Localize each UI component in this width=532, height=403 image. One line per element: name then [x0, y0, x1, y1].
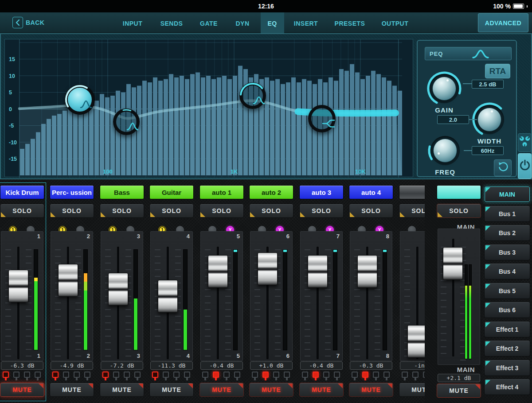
mute-button[interactable]: MUTE — [0, 383, 44, 397]
mute-group-pin-icon[interactable] — [412, 372, 419, 378]
channel-name[interactable]: Perc- ussion — [50, 185, 94, 199]
eq-mode-selector[interactable]: PEQ — [425, 47, 512, 60]
mute-button[interactable]: MUTE — [149, 383, 194, 397]
mute-group-pin-icon[interactable] — [352, 372, 358, 378]
mute-button[interactable]: MUTE — [249, 383, 293, 397]
mute-group-pin-icon[interactable] — [234, 372, 240, 378]
fader-handle[interactable] — [357, 255, 377, 288]
mute-group-pin-icon[interactable] — [13, 372, 20, 378]
mute-group-pin-icon[interactable] — [223, 372, 230, 378]
main-solo-button[interactable]: SOLO — [437, 204, 481, 218]
nav-tab-sends[interactable]: SENDS — [160, 20, 183, 27]
mute-group-pin-icon[interactable] — [284, 372, 290, 378]
mute-group-pin-icon[interactable] — [262, 372, 269, 378]
solo-button[interactable]: SOLO — [249, 204, 293, 218]
mute-button[interactable]: MUTE — [299, 383, 344, 397]
channel-name[interactable]: auto 2 — [249, 185, 293, 199]
advanced-button[interactable]: ADVANCED — [478, 13, 528, 32]
main-fader-handle[interactable] — [443, 247, 463, 280]
mute-group-pin-icon[interactable] — [383, 372, 390, 378]
fader-handle[interactable] — [407, 325, 425, 358]
sidebar-tab-effect-3[interactable]: Effect 3 — [484, 360, 530, 376]
solo-button[interactable]: SOLO — [200, 204, 244, 218]
channel-scroll-area[interactable]: Kick Drum SOLO 1 1 1 -6.3 dB MUTE Perc- … — [0, 179, 425, 403]
eq-band-3-handle[interactable] — [239, 82, 266, 109]
eq-band-1-handle[interactable] — [65, 85, 95, 115]
mute-group-pin-icon[interactable] — [373, 372, 379, 378]
nav-tab-output[interactable]: OUTPUT — [382, 20, 409, 27]
mute-group-pin-icon[interactable] — [3, 372, 9, 378]
main-mute-button[interactable]: MUTE — [437, 384, 481, 398]
main-scribble-strip[interactable] — [437, 185, 481, 199]
mute-group-pin-icon[interactable] — [173, 372, 180, 378]
mute-group-pin-icon[interactable] — [252, 372, 258, 378]
mute-group-pin-icon[interactable] — [63, 372, 69, 378]
mute-group-pin-icon[interactable] — [184, 372, 190, 378]
sidebar-tab-main[interactable]: MAIN — [484, 186, 530, 202]
nav-tab-input[interactable]: INPUT — [123, 20, 143, 27]
sidebar-tab-bus-2[interactable]: Bus 2 — [484, 225, 530, 241]
channel-name[interactable]: auto 3 — [299, 185, 344, 199]
mute-button[interactable]: MUTE — [200, 383, 244, 397]
channel-name[interactable] — [399, 185, 425, 199]
nav-tab-insert[interactable]: INSERT — [294, 20, 318, 27]
mute-group-pin-icon[interactable] — [323, 372, 329, 378]
mute-group-pin-icon[interactable] — [334, 372, 340, 378]
gain-knob[interactable] — [426, 70, 463, 107]
mute-group-pin-icon[interactable] — [152, 372, 158, 378]
fader-handle[interactable] — [208, 255, 228, 288]
mute-group-pin-icon[interactable] — [313, 372, 319, 378]
solo-button[interactable]: SOLO — [399, 204, 425, 218]
monitor-knobs-button[interactable] — [518, 133, 532, 152]
mute-group-pin-icon[interactable] — [163, 372, 169, 378]
mute-group-pin-icon[interactable] — [124, 372, 130, 378]
back-button[interactable]: BACK — [12, 17, 44, 28]
sidebar-tab-effect-4[interactable]: Effect 4 — [484, 379, 530, 395]
solo-button[interactable]: SOLO — [100, 204, 144, 218]
mute-group-pin-icon[interactable] — [273, 372, 279, 378]
eq-graph[interactable]: 151050-5-10-151001K10K — [4, 39, 413, 177]
freq-knob[interactable] — [426, 132, 464, 169]
sidebar-tab-effect-1[interactable]: Effect 1 — [484, 321, 530, 337]
fader-handle[interactable] — [58, 264, 78, 297]
mute-group-pin-icon[interactable] — [84, 372, 90, 378]
mute-group-pin-icon[interactable] — [74, 372, 80, 378]
sidebar-tab-bus-3[interactable]: Bus 3 — [484, 244, 530, 260]
mute-group-pin-icon[interactable] — [35, 372, 41, 378]
eq-band-2-handle[interactable] — [113, 108, 140, 135]
mute-button[interactable]: MUTE — [349, 383, 393, 397]
channel-name[interactable]: auto 4 — [349, 185, 393, 199]
mute-group-pin-icon[interactable] — [134, 372, 141, 378]
fader-handle[interactable] — [308, 255, 328, 288]
solo-button[interactable]: SOLO — [0, 204, 44, 218]
mute-group-pin-icon[interactable] — [102, 372, 109, 378]
nav-tab-eq[interactable]: EQ — [267, 20, 277, 27]
mute-group-pin-icon[interactable] — [52, 372, 59, 378]
power-button[interactable] — [518, 153, 532, 179]
rta-button[interactable]: RTA — [485, 64, 510, 78]
reset-button[interactable] — [494, 159, 512, 176]
sidebar-tab-bus-6[interactable]: Bus 6 — [484, 302, 530, 318]
fader-handle[interactable] — [158, 280, 178, 313]
sidebar-tab-bus-1[interactable]: Bus 1 — [484, 205, 530, 222]
nav-tab-dyn[interactable]: DYN — [235, 20, 249, 27]
solo-button[interactable]: SOLO — [149, 204, 194, 218]
fader-handle[interactable] — [108, 273, 128, 306]
fader-handle[interactable] — [8, 270, 28, 302]
mute-group-pin-icon[interactable] — [302, 372, 308, 378]
nav-tab-presets[interactable]: PRESETS — [335, 20, 365, 27]
nav-tab-gate[interactable]: GATE — [200, 20, 218, 27]
channel-name[interactable]: Guitar — [149, 185, 194, 199]
channel-name[interactable]: Bass — [100, 185, 144, 199]
mute-group-pin-icon[interactable] — [362, 372, 368, 378]
eq-band-4-handle[interactable] — [308, 105, 336, 132]
fader-handle[interactable] — [258, 252, 278, 285]
channel-name[interactable]: auto 1 — [200, 185, 244, 199]
mute-button[interactable]: MUTE — [100, 383, 144, 397]
mute-group-pin-icon[interactable] — [202, 372, 208, 378]
sidebar-tab-bus-5[interactable]: Bus 5 — [484, 283, 530, 299]
solo-button[interactable]: SOLO — [349, 204, 393, 218]
mute-group-pin-icon[interactable] — [402, 372, 408, 378]
mute-button[interactable]: MUTE — [399, 383, 425, 397]
channel-name[interactable]: Kick Drum — [0, 185, 44, 199]
